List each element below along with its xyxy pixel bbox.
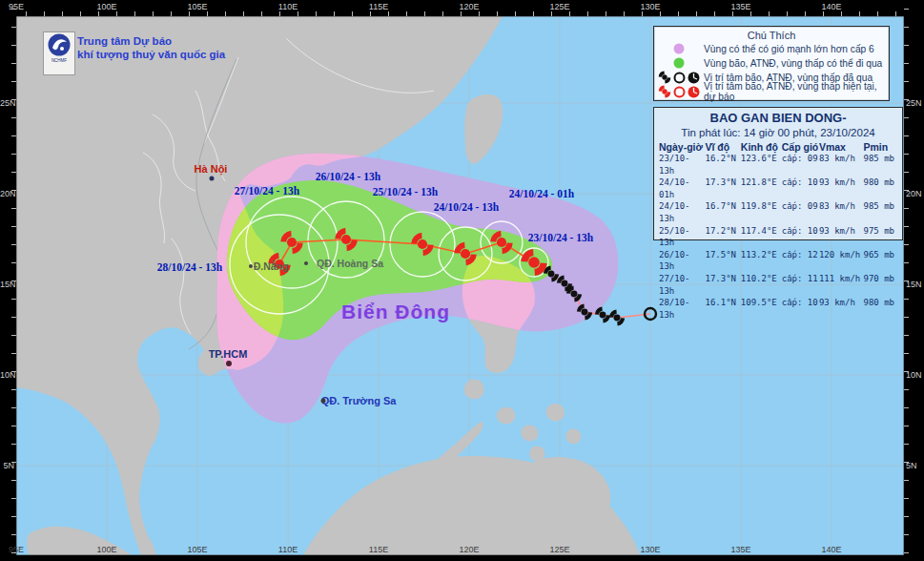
axis-label-bottom: 120E (459, 545, 479, 554)
axis-label-top: 125E (549, 2, 569, 11)
bulletin-issued-time: Tin phát lúc: 14 giờ 00 phút, 23/10/2024 (654, 127, 902, 138)
cell: 93 km/h (819, 297, 864, 309)
track-date-label: 26/10/24 - 13h (316, 171, 380, 182)
cell: 117.4°E (741, 225, 782, 238)
cell: cấp: 11 (782, 273, 819, 285)
cell: cấp: 10 (782, 297, 819, 309)
cell: 27/10-13h (659, 273, 706, 297)
cell: cấp: 10 (782, 177, 819, 189)
wind-zone-icon (673, 43, 685, 54)
table-row: 26/10-13h17.5°N113.2°Ecấp: 12120 km/h965… (654, 249, 902, 273)
axis-label-bottom: 140E (821, 545, 841, 554)
cell: 17.3°N (706, 273, 741, 285)
axis-label-left: 15N (0, 280, 14, 289)
legend-item-label: Vùng bão, ATNĐ, vùng thấp có thể đi qua (704, 58, 889, 69)
storm-name-title: BAO GAN BIEN DONG- (654, 111, 902, 125)
axis-label-left: 25N (0, 98, 14, 108)
cell: 16.7°N (706, 200, 741, 213)
forecast-typhoon-icon (658, 85, 671, 98)
axis-label-top: 135E (730, 2, 750, 11)
cell: 17.2°N (706, 225, 741, 238)
cell: 110.2°E (741, 273, 782, 285)
axis-label-top: 115E (369, 2, 388, 11)
axis-label-bottom: 115E (369, 545, 388, 554)
storm-zone-icon (673, 57, 685, 69)
cell: cấp: 09 (782, 153, 819, 165)
axis-label-top: 120E (459, 2, 479, 11)
track-date-label: 24/10/24 - 13h (434, 201, 499, 213)
cell: 93 km/h (819, 225, 864, 238)
axis-label-bottom: 95E (9, 545, 24, 554)
cell: 985 mb (864, 153, 897, 165)
table-row: 24/10-01h17.3°N121.8°Ecấp: 1093 km/h980 … (654, 177, 902, 200)
place-label-truongsa: QĐ. Trường Sa (321, 395, 397, 406)
legend-row: Vị trí tâm bão, ATNĐ, vùng thấp hiện tại… (654, 85, 889, 98)
col-header: Vĩ độ (706, 141, 741, 153)
place-label-danang: Đ.Nẵng (254, 260, 289, 272)
axis-label-top: 95E (9, 2, 24, 11)
cell: 24/10-01h (659, 177, 706, 200)
cell: cấp: 12 (782, 249, 819, 261)
table-header-row: Ngày-giờ Vĩ độ Kinh độ Cấp gió Vmax Pmin (654, 141, 902, 153)
sea-name-label: Biển Đông (341, 301, 450, 323)
city-label-hcm: TP.HCM (209, 348, 248, 360)
cell: 24/10-13h (659, 200, 706, 224)
axis-label-top: 100E (96, 2, 116, 11)
cell: 83 km/h (819, 153, 864, 165)
table-row: 27/10-13h17.3°N110.2°Ecấp: 11111 km/h970… (654, 273, 902, 297)
axis-label-bottom: 105E (187, 545, 207, 554)
cell: cấp: 09 (782, 200, 819, 213)
table-row: 23/10-13h16.2°N123.6°Ecấp: 0983 km/h985 … (654, 153, 902, 177)
axis-label-left: 20N (0, 189, 14, 198)
col-header: Cấp gió (782, 141, 819, 153)
forecast-depression-icon (673, 86, 686, 98)
cell: 121.8°E (741, 177, 782, 189)
axis-label-bottom: 100E (96, 545, 116, 554)
city-marker-hcm (226, 361, 232, 366)
cell: 16.1°N (706, 297, 741, 309)
track-date-label: 25/10/24 - 13h (373, 186, 438, 197)
cell: 985 mb (864, 200, 897, 213)
cell: 965 mb (864, 249, 897, 261)
cell: 119.8°E (741, 200, 782, 213)
cell: 109.5°E (741, 297, 782, 309)
agency-logo: NCHMF (43, 31, 75, 75)
legend-box: Chú Thích Vùng có thể có gió mạnh lớn hơ… (653, 26, 890, 101)
table-row: 25/10-13h17.2°N117.4°Ecấp: 1093 km/h975 … (654, 225, 902, 249)
place-marker-truongsa (321, 399, 326, 404)
legend-row: Vùng có thể có gió mạnh lớn hơn cấp 6 (654, 42, 889, 55)
cell: 980 mb (864, 297, 897, 309)
axis-label-bottom: 135E (730, 545, 750, 554)
axis-label-right: 20N (906, 189, 922, 198)
track-date-label: 23/10/24 - 13h (528, 232, 593, 243)
axis-label-right: 10N (906, 370, 922, 380)
legend-item-label: Vùng có thể có gió mạnh lớn hơn cấp 6 (704, 44, 889, 54)
cell: 25/10-13h (659, 225, 706, 249)
track-date-label: 27/10/24 - 13h (235, 185, 299, 197)
city-marker-hanoi (210, 177, 215, 181)
table-row: 24/10-13h16.7°N119.8°Ecấp: 0983 km/h985 … (654, 200, 902, 224)
place-marker-danang (249, 264, 253, 268)
agency-name-line2: khí tượng thuỷ văn quốc gia (77, 49, 225, 60)
past-low-icon (688, 72, 700, 84)
legend-item-label: Vị trí tâm bão, ATNĐ, vùng thấp hiện tại… (704, 81, 889, 102)
table-row: 28/10-13h16.1°N109.5°Ecấp: 1093 km/h980 … (654, 297, 902, 321)
cell: 975 mb (864, 225, 897, 238)
axis-label-top: 140E (821, 2, 841, 11)
col-header: Kinh độ (741, 141, 782, 153)
typhoon-forecast-map: 95E 100E 105E 110E 115E 120E 125E 130E 1… (0, 0, 924, 561)
storm-bulletin-box: BAO GAN BIEN DONG- Tin phát lúc: 14 giờ … (653, 107, 903, 240)
nchmf-emblem-icon (47, 32, 72, 57)
axis-label-right: 25N (906, 98, 922, 108)
cell: 120 km/h (819, 249, 864, 261)
cell: cấp: 10 (782, 225, 819, 238)
cell: 970 mb (864, 273, 897, 285)
axis-label-bottom: 110E (278, 545, 298, 554)
cell: 28/10-13h (659, 297, 706, 321)
axis-label-bottom: 130E (640, 545, 660, 554)
cell: 980 mb (864, 177, 897, 189)
cell: 111 km/h (819, 273, 864, 285)
logo-caption: NCHMF (51, 58, 67, 63)
forecast-low-icon (688, 86, 700, 98)
col-header: Ngày-giờ (659, 141, 706, 153)
